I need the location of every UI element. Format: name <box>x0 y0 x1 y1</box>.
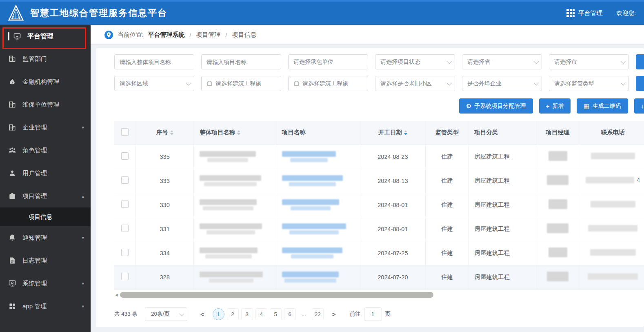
contractor-unit-select[interactable]: 请选择承包单位 <box>288 54 368 69</box>
redacted-text <box>549 247 567 258</box>
cell-phone <box>579 193 644 217</box>
page-number-22[interactable]: 22 <box>312 308 324 320</box>
sidebar-item-users[interactable]: 用户管理 <box>0 162 91 185</box>
city-select[interactable]: 请选择市 <box>549 54 629 69</box>
column-header-category: 项目分类 <box>469 121 537 145</box>
sidebar-item-logs[interactable]: 日志管理 <box>0 249 91 272</box>
subsystem-assign-button[interactable]: ⚙子系统项目分配管理 <box>459 98 533 114</box>
cell-project-name-link[interactable] <box>276 241 360 265</box>
supervision-type-select[interactable]: 请选择监管类型 <box>549 76 629 91</box>
cell-start-date: 2024-08-13 <box>360 169 425 193</box>
sort-icon[interactable] <box>404 130 407 135</box>
row-checkbox[interactable] <box>121 201 129 208</box>
sidebar-item-platform-management[interactable]: 平台管理 <box>0 25 91 47</box>
building-icon <box>8 100 17 109</box>
sidebar-item-label: 角色管理 <box>22 147 47 154</box>
sidebar-item-financial-org[interactable]: 金融机构管理 <box>0 70 91 93</box>
add-button[interactable]: +新增 <box>539 98 571 114</box>
placeholder-text: 请选择承包单位 <box>293 58 364 66</box>
sidebar-item-enterprise[interactable]: 企业管理▾ <box>0 116 91 139</box>
filter-submit-button-cut[interactable] <box>636 54 644 69</box>
construction-date-start-date-picker[interactable]: 请选择建筑工程施 <box>201 76 281 91</box>
breadcrumb-prefix: 当前位置: <box>118 31 144 39</box>
redacted-text <box>282 272 339 283</box>
old-community-select[interactable]: 请选择是否老旧小区 <box>375 76 455 91</box>
cell-project-name-link[interactable] <box>276 265 360 289</box>
goto-page-input[interactable] <box>364 307 382 321</box>
cell-seq: 330 <box>136 193 194 217</box>
sidebar-subitem-project-info[interactable]: 项目信息 <box>0 207 91 226</box>
app-logo-icon <box>7 4 25 22</box>
breadcrumb-root[interactable]: 平台管理系统 <box>148 31 184 39</box>
sidebar-item-roles[interactable]: 角色管理 <box>0 139 91 162</box>
project-name-input[interactable] <box>201 54 281 69</box>
page-number-4[interactable]: 4 <box>255 308 267 320</box>
region-select[interactable]: 请选择区域 <box>114 76 194 91</box>
cell-seq: 333 <box>136 169 194 193</box>
cell-project-name-link[interactable] <box>276 193 360 217</box>
row-checkbox[interactable] <box>121 249 129 256</box>
table-row: 3332024-08-13住建房屋建筑工程4 <box>114 169 644 193</box>
folder-icon <box>8 192 17 201</box>
row-checkbox[interactable] <box>121 273 129 280</box>
download-button[interactable]: ↓下载 <box>634 98 644 114</box>
project-status-select[interactable]: 请选择项目状态 <box>375 54 455 69</box>
filter-submit-button-cut[interactable] <box>636 76 644 91</box>
chevron-down-icon <box>179 311 184 316</box>
row-checkbox[interactable] <box>121 225 129 232</box>
page-number-1[interactable]: 1 <box>213 308 224 320</box>
province-select[interactable]: 请选择省 <box>462 54 542 69</box>
roles-icon <box>8 146 17 155</box>
redacted-text <box>200 151 256 162</box>
redacted-text <box>549 199 567 210</box>
row-checkbox[interactable] <box>121 176 129 184</box>
redacted-text <box>200 223 262 234</box>
page-number-3[interactable]: 3 <box>241 308 253 320</box>
projects-table: 序号整体项目名称项目名称开工日期监管类型项目分类项目经理联系电话劳资员联 335… <box>114 121 644 290</box>
sidebar-item-system[interactable]: 系统管理▾ <box>0 272 91 295</box>
sort-icon[interactable] <box>170 130 173 135</box>
column-label: 项目分类 <box>474 129 498 136</box>
app-icon <box>8 302 17 311</box>
row-checkbox[interactable] <box>121 152 129 160</box>
sidebar-item-maintenance-unit[interactable]: 维保单位管理 <box>0 93 91 116</box>
column-label: 整体项目名称 <box>200 129 235 136</box>
redacted-text <box>591 201 635 209</box>
cell-project-name-link[interactable] <box>276 145 360 169</box>
scroll-left-icon[interactable]: ◄ <box>114 292 119 297</box>
breadcrumb-level2[interactable]: 项目信息 <box>232 31 257 39</box>
overall-project-name-input[interactable] <box>114 54 194 69</box>
page-number-5[interactable]: 5 <box>270 308 282 320</box>
cell-project-name-link[interactable] <box>276 169 360 193</box>
page-number-2[interactable]: 2 <box>227 308 239 320</box>
chevron-down-icon <box>186 80 191 86</box>
sidebar-item-projects[interactable]: 项目管理▴ <box>0 185 91 207</box>
page-number-6[interactable]: 6 <box>284 308 296 320</box>
action-buttons-row: ⚙子系统项目分配管理+新增▦生成二维码↓下载 <box>114 98 644 114</box>
page-size-select[interactable]: 20条/页 <box>145 307 187 321</box>
generate-qrcode-button[interactable]: ▦生成二维码 <box>577 98 628 114</box>
chevron-down-icon <box>621 80 626 86</box>
placeholder-text: 请选择监管类型 <box>554 80 618 87</box>
next-page-button[interactable]: > <box>328 311 340 318</box>
page-ellipsis: ... <box>298 309 309 320</box>
calendar-icon <box>207 80 213 87</box>
sidebar-item-label: 平台管理 <box>27 32 53 41</box>
cell-category: 房屋建筑工程 <box>469 169 537 193</box>
cell-project-name-link[interactable] <box>276 217 360 241</box>
table-header-row: 序号整体项目名称项目名称开工日期监管类型项目分类项目经理联系电话劳资员联 <box>114 121 644 145</box>
sidebar-item-app[interactable]: app 管理▾ <box>0 295 91 318</box>
platform-management-nav[interactable]: 平台管理 <box>566 9 602 17</box>
scrollbar-thumb[interactable] <box>120 292 433 298</box>
select-all-checkbox[interactable] <box>121 128 129 136</box>
scrollbar-track[interactable] <box>120 292 639 298</box>
cell-overall-name <box>194 241 276 265</box>
construction-date-end-date-picker[interactable]: 请选择建筑工程施 <box>288 76 368 91</box>
sidebar-item-supervision-dept[interactable]: 监管部门 <box>0 47 91 70</box>
sort-icon[interactable] <box>237 130 240 135</box>
sidebar-item-notifications[interactable]: 通知管理▾ <box>0 226 91 249</box>
breadcrumb-level1[interactable]: 项目管理 <box>196 31 220 39</box>
external-enterprise-select[interactable]: 是否外埠企业 <box>462 76 542 91</box>
redacted-text <box>549 151 567 162</box>
prev-page-button[interactable]: < <box>196 311 208 318</box>
